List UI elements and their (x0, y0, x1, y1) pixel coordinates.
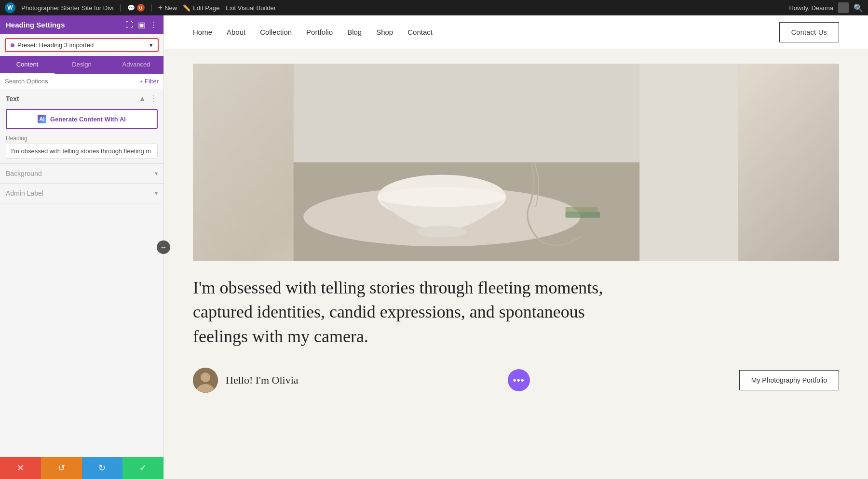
admin-bar: W Photographer Starter Site for Divi | 💬… (0, 0, 868, 15)
sidebar-title: Heading Settings (6, 21, 65, 29)
sidebar-header: Heading Settings ⛶ ▣ ⋮ (0, 15, 163, 34)
ai-icon: AI (38, 115, 46, 123)
nav-links: Home About Collection Portfolio Blog Sho… (193, 28, 433, 36)
main-layout: Heading Settings ⛶ ▣ ⋮ Preset: Heading 3… (0, 15, 868, 479)
admin-label-chevron: ▾ (155, 190, 158, 197)
more-options-button[interactable]: ••• (508, 369, 530, 391)
nav-about[interactable]: About (227, 28, 245, 36)
filter-button[interactable]: + Filter (139, 78, 159, 85)
redo-button[interactable]: ↻ (82, 457, 123, 479)
new-link[interactable]: + New (158, 3, 177, 12)
tab-advanced[interactable]: Advanced (109, 56, 163, 74)
wp-logo[interactable]: W (5, 2, 15, 13)
sidebar-header-icons: ⛶ ▣ ⋮ (125, 20, 158, 29)
site-name[interactable]: Photographer Starter Site for Divi (21, 4, 113, 12)
sep2: | (150, 3, 152, 12)
main-content: Home About Collection Portfolio Blog Sho… (164, 15, 868, 479)
background-chevron: ▾ (155, 170, 158, 177)
sidebar-tabs: Content Design Advanced (0, 56, 163, 74)
save-button[interactable]: ✓ (122, 457, 163, 479)
nav-shop[interactable]: Shop (376, 28, 393, 36)
background-title: Background (6, 170, 42, 177)
sep1: | (119, 3, 121, 12)
edit-page-link[interactable]: ✏️ Edit Page (183, 4, 219, 12)
nav-portfolio[interactable]: Portfolio (306, 28, 333, 36)
text-section-header[interactable]: Text ▲ ⋮ (6, 94, 158, 103)
heading-input[interactable] (6, 144, 158, 159)
search-input[interactable] (5, 78, 139, 85)
columns-icon[interactable]: ▣ (138, 20, 145, 29)
heading-label: Heading (6, 135, 158, 142)
site-nav: Home About Collection Portfolio Blog Sho… (164, 15, 868, 49)
heading-field: Heading (6, 135, 158, 159)
user-avatar (838, 2, 849, 13)
undo-button[interactable]: ↺ (41, 457, 82, 479)
expand-icon[interactable]: ⛶ (125, 21, 133, 29)
collapse-icon[interactable]: ▲ (138, 94, 146, 103)
comment-count: 0 (137, 4, 145, 12)
admin-label-title: Admin Label (6, 189, 43, 197)
generate-content-button[interactable]: AI Generate Content With AI (6, 109, 158, 129)
nav-collection[interactable]: Collection (260, 28, 292, 36)
profile-avatar (193, 368, 218, 393)
nav-blog[interactable]: Blog (347, 28, 362, 36)
tab-design[interactable]: Design (54, 56, 109, 74)
preset-bar[interactable]: Preset: Heading 3 imported ▾ (5, 38, 159, 52)
profile-row: Hello! I'm Olivia (193, 368, 298, 393)
sidebar-bottom-bar: ✕ ↺ ↻ ✓ (0, 457, 163, 479)
bottom-section: Hello! I'm Olivia ••• My Photography Por… (193, 368, 839, 393)
svg-point-11 (201, 373, 210, 382)
more-options-icon[interactable]: ⋮ (150, 94, 158, 103)
text-section: Text ▲ ⋮ AI Generate Content With AI Hea… (0, 89, 163, 164)
hero-image (193, 64, 839, 261)
more-icon[interactable]: ⋮ (150, 20, 158, 29)
svg-point-5 (417, 226, 467, 238)
background-section[interactable]: Background ▾ (0, 164, 163, 184)
admin-label-section[interactable]: Admin Label ▾ (0, 184, 163, 203)
svg-point-4 (378, 187, 506, 207)
resize-handle[interactable]: ↔ (157, 240, 170, 254)
contact-us-button[interactable]: Contact Us (779, 22, 839, 42)
sidebar: Heading Settings ⛶ ▣ ⋮ Preset: Heading 3… (0, 15, 164, 479)
comments-link[interactable]: 💬 0 (127, 4, 145, 12)
nav-contact[interactable]: Contact (407, 28, 433, 36)
portfolio-button[interactable]: My Photography Portfolio (739, 370, 839, 390)
sidebar-search: + Filter (0, 74, 163, 89)
svg-rect-7 (566, 207, 598, 213)
search-icon[interactable]: 🔍 (854, 3, 863, 13)
preset-chevron: ▾ (149, 41, 153, 49)
text-section-title: Text (6, 95, 19, 103)
admin-bar-right: Howdy, Deanna 🔍 (789, 2, 863, 13)
nav-home[interactable]: Home (193, 28, 212, 36)
svg-rect-9 (639, 64, 738, 261)
cancel-button[interactable]: ✕ (0, 457, 41, 479)
page-heading: I'm obsessed with telling stories throug… (193, 276, 627, 348)
preset-dot (11, 43, 14, 47)
profile-name: Hello! I'm Olivia (226, 374, 298, 386)
exit-builder-link[interactable]: Exit Visual Builder (226, 4, 276, 12)
text-section-icons: ▲ ⋮ (138, 94, 158, 103)
preset-label: Preset: Heading 3 imported (17, 41, 94, 49)
tab-content[interactable]: Content (0, 56, 54, 74)
